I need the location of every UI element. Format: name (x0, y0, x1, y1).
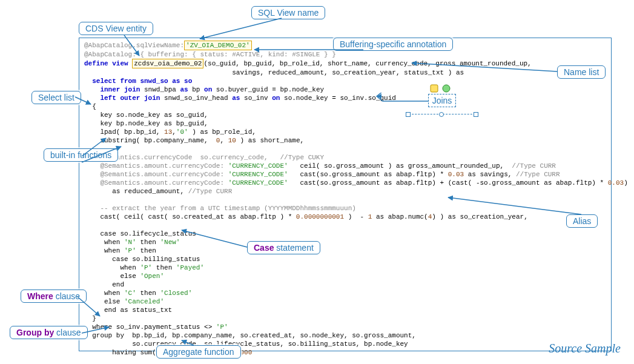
callout-aggregate: Aggregate function (156, 345, 241, 359)
callout-joins: Joins (406, 94, 478, 121)
code-panel: @AbapCatalog.sqlViewName:'ZV_OIA_DEMO_02… (79, 38, 612, 351)
source-code: @AbapCatalog.sqlViewName:'ZV_OIA_DEMO_02… (84, 41, 606, 357)
cds-view-name: zcdsv_oia_demo_02 (132, 59, 203, 68)
callout-builtin-functions: built-in functions (44, 148, 118, 162)
callout-buffering: Buffering-specific annotation (333, 38, 453, 51)
callout-sql-view-name: SQL View name (251, 6, 325, 19)
callout-cds-view-entity: CDS View entity (79, 22, 153, 35)
callout-name-list: Name list (557, 65, 606, 79)
callout-where: Where clause (21, 290, 87, 303)
callout-group-by: Group by clause (10, 326, 88, 339)
sql-view-literal: 'ZV_OIA_DEMO_02' (184, 41, 252, 50)
source-sample-label: Source Sample (549, 342, 621, 356)
svg-point-2 (443, 85, 450, 92)
callout-select-list: Select list (31, 91, 81, 104)
callout-alias: Alias (566, 214, 598, 228)
callout-case: Case statement (247, 241, 320, 254)
svg-rect-1 (431, 85, 438, 92)
